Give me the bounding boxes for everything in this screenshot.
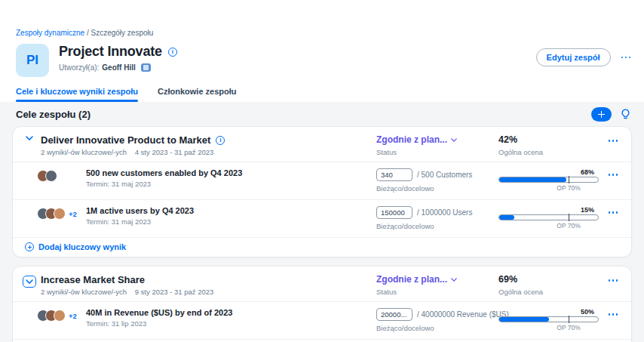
kr-target-value: / 500 Customers — [417, 171, 472, 179]
page-header: Zespoły dynamiczne / Szczegóły zespołu P… — [0, 0, 644, 102]
kr-io-label: Bieżąco/docelowo — [376, 184, 489, 193]
created-by-name: Geoff Hill — [102, 63, 135, 72]
kr-percent: 50% — [498, 308, 599, 316]
created-by-label: Utworzył(a): — [59, 63, 99, 72]
info-icon[interactable]: i — [168, 48, 177, 57]
goals-section: Cele zespołu (2) Deliver In — [0, 102, 644, 342]
avatar — [54, 310, 66, 322]
status-label: Status — [376, 148, 489, 156]
kr-percent: 15% — [498, 206, 599, 214]
kr-progress: 50% OP 70% — [498, 308, 599, 331]
goal-card: Deliver Innovative Product to Market i 2… — [12, 126, 632, 257]
kr-overflow-button[interactable] — [607, 208, 620, 217]
kr-progress: 15% OP 70% — [498, 206, 599, 230]
kr-due-date: Termin: 31 lip 2023 — [86, 319, 376, 328]
kr-overflow-button[interactable] — [607, 171, 620, 179]
goal-dates: 9 sty 2023 - 31 paź 2023 — [135, 288, 214, 296]
kr-title: 40M in Revenue ($US) by end of 2023 — [86, 308, 376, 317]
chevron-down-icon — [451, 138, 457, 142]
kr-avatars: +2 — [37, 206, 86, 220]
collapse-goal-button[interactable] — [18, 274, 41, 288]
add-key-result-label: Dodaj kluczowy wynik — [38, 242, 126, 251]
tab-team-members[interactable]: Członkowie zespołu — [158, 87, 237, 102]
kr-progress-fill — [499, 317, 549, 322]
kr-current-value-input[interactable] — [376, 168, 412, 181]
lightbulb-icon[interactable] — [621, 109, 630, 120]
kr-progress: 68% OP 70% — [498, 168, 599, 192]
kr-op-label: OP 70% — [547, 324, 590, 331]
page-title: Project Innovate — [59, 44, 162, 60]
add-goal-button[interactable] — [591, 107, 612, 122]
team-avatar: PI — [16, 44, 49, 77]
kr-op-marker — [569, 214, 570, 221]
key-result-row: 500 new customers enabled by Q4 2023 Ter… — [13, 162, 631, 199]
kr-io-label: Bieżąco/docelowo — [376, 222, 489, 230]
kr-percent: 68% — [498, 168, 599, 176]
avatar — [54, 208, 66, 220]
goal-kr-count: 2 wyniki/-ów kluczowe/-ych — [41, 288, 127, 296]
kr-progress-fill — [499, 177, 566, 182]
kr-op-marker — [569, 316, 570, 323]
collapse-goal-button[interactable] — [18, 134, 41, 140]
avatar — [45, 170, 57, 182]
add-key-result-button[interactable]: Dodaj kluczowy wynik — [13, 237, 631, 257]
kr-overflow-button[interactable] — [607, 310, 620, 319]
score-label: Ogólna ocena — [498, 148, 603, 156]
score-label: Ogólna ocena — [498, 288, 603, 296]
goal-score: 42% — [498, 134, 603, 145]
edit-team-button[interactable]: Edytuj zespół — [536, 48, 611, 66]
info-icon[interactable]: i — [216, 136, 225, 145]
kr-title: 1M active users by Q4 2023 — [86, 206, 376, 215]
breadcrumb-link-dynamic-teams[interactable]: Zespoły dynamiczne — [16, 29, 84, 37]
kr-avatars — [37, 168, 86, 182]
goal-score: 69% — [498, 274, 603, 285]
breadcrumb-separator: / — [87, 29, 89, 37]
kr-avatars: +2 — [37, 308, 86, 322]
goal-status-dropdown[interactable]: Zgodnie z plan... — [376, 274, 489, 285]
team-details-page: Zespoły dynamiczne / Szczegóły zespołu P… — [0, 0, 644, 342]
chevron-down-icon — [451, 278, 457, 282]
breadcrumb-current: Szczegóły zespołu — [91, 29, 154, 37]
key-result-row: +2 40 new subscriptions by end of Q3 202… — [13, 339, 631, 342]
kr-op-marker — [569, 176, 570, 183]
kr-op-label: OP 70% — [547, 184, 590, 192]
kr-progress-fill — [499, 215, 514, 220]
kr-target-value: / 1000000 Users — [417, 208, 472, 217]
kr-due-date: Termin: 31 maj 2023 — [86, 180, 376, 188]
kr-extra-members[interactable]: +2 — [69, 210, 77, 218]
tab-goals-key-results[interactable]: Cele i kluczowe wyniki zespołu — [16, 87, 138, 102]
goal-title: Increase Market Share — [41, 274, 145, 285]
goal-overflow-button[interactable] — [607, 276, 620, 285]
header-overflow-button[interactable] — [620, 54, 633, 62]
goal-kr-count: 2 wyniki/-ów kluczowe/-ych — [41, 148, 127, 156]
kr-progress-track — [498, 316, 599, 322]
goal-status-dropdown[interactable]: Zgodnie z plan... — [376, 134, 489, 145]
kr-title: 500 new customers enabled by Q4 2023 — [86, 168, 376, 177]
kr-current-value-input[interactable] — [376, 308, 412, 321]
status-label: Status — [376, 288, 489, 296]
kr-io-label: Bieżąco/docelowo — [376, 324, 489, 332]
team-badge-icon — [141, 63, 151, 72]
goal-dates: 4 sty 2023 - 31 paź 2023 — [135, 148, 214, 156]
breadcrumb: Zespoły dynamiczne / Szczegóły zespołu — [16, 29, 632, 37]
key-result-row: +2 1M active users by Q4 2023 Termin: 31… — [13, 199, 631, 237]
tab-bar: Cele i kluczowe wyniki zespołu Członkowi… — [16, 87, 632, 102]
goal-card: Increase Market Share 2 wyniki/-ów klucz… — [12, 266, 632, 342]
kr-due-date: Termin: 31 maj 2023 — [86, 217, 376, 226]
kr-progress-track — [498, 177, 599, 183]
goal-overflow-button[interactable] — [607, 137, 620, 145]
kr-progress-track — [498, 214, 599, 220]
goal-title: Deliver Innovative Product to Market — [41, 134, 210, 146]
add-circle-icon — [25, 242, 34, 251]
kr-op-label: OP 70% — [547, 222, 590, 230]
kr-extra-members[interactable]: +2 — [69, 312, 77, 320]
key-result-row: +2 40M in Revenue ($US) by end of 2023 T… — [13, 301, 631, 339]
section-title: Cele zespołu (2) — [16, 109, 90, 120]
kr-current-value-input[interactable] — [376, 206, 412, 219]
